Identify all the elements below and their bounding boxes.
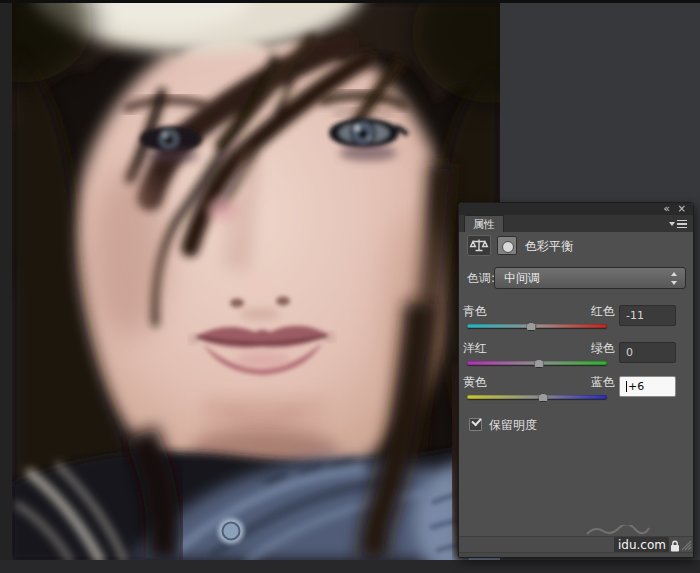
menu-lines-icon [677, 220, 687, 228]
canvas-left-edge [0, 3, 12, 560]
close-icon[interactable]: × [678, 203, 686, 215]
layer-mask-icon[interactable] [497, 236, 517, 255]
green-label: 绿色 [591, 340, 615, 357]
panel-titlebar[interactable]: « × [459, 203, 693, 215]
tone-row: 色调: 中间调 [459, 267, 693, 291]
preserve-luminosity-row: 保留明度 [459, 416, 693, 434]
yellow-blue-slider-track[interactable] [467, 395, 607, 399]
tone-label: 色调: [467, 267, 495, 290]
panel-footer: idu.com [459, 536, 693, 552]
preserve-luminosity-label: 保留明度 [489, 417, 537, 434]
panel-tab-row: 属性 [459, 215, 693, 232]
collapse-panel-icon[interactable]: « [663, 203, 669, 215]
cyan-red-slider-track[interactable] [467, 324, 607, 328]
check-icon [471, 416, 481, 427]
magenta-green-slider-group: 洋红 绿色 0 [459, 340, 693, 376]
document-canvas[interactable] [12, 3, 500, 560]
adjustment-header: 色彩平衡 [459, 235, 693, 257]
properties-panel: « × 属性 色彩平衡 色调: 中间调 青色 [458, 202, 694, 558]
resize-grip[interactable] [679, 539, 692, 551]
red-label: 红色 [591, 303, 615, 320]
panel-bottom-bar [459, 552, 693, 557]
cyan-red-value-field[interactable]: -11 [619, 305, 676, 326]
tone-selected-value: 中间调 [504, 268, 540, 289]
magenta-green-value-field[interactable]: 0 [619, 342, 676, 363]
preserve-luminosity-checkbox[interactable] [469, 418, 482, 431]
yellow-label: 黄色 [463, 374, 487, 391]
balance-scale-icon [469, 237, 489, 255]
tab-properties[interactable]: 属性 [464, 215, 504, 232]
portrait-photo [12, 3, 500, 560]
watermark-text: idu.com [614, 537, 669, 553]
adjustment-title: 色彩平衡 [525, 235, 573, 257]
tone-dropdown[interactable]: 中间调 [494, 267, 686, 289]
yellow-blue-value-field[interactable]: +6 [619, 376, 676, 397]
magenta-label: 洋红 [463, 340, 487, 357]
yellow-blue-slider-group: 黄色 蓝色 +6 [459, 374, 693, 410]
menu-triangle-icon [669, 222, 675, 226]
cyan-label: 青色 [463, 303, 487, 320]
watermark-scribble [585, 525, 651, 537]
blue-label: 蓝色 [591, 374, 615, 391]
panel-menu-icon[interactable] [669, 219, 687, 229]
dropdown-arrows-icon [671, 272, 678, 285]
canvas-bottom-edge [0, 560, 700, 573]
color-balance-icon[interactable] [467, 235, 491, 256]
cyan-red-slider-group: 青色 红色 -11 [459, 303, 693, 339]
